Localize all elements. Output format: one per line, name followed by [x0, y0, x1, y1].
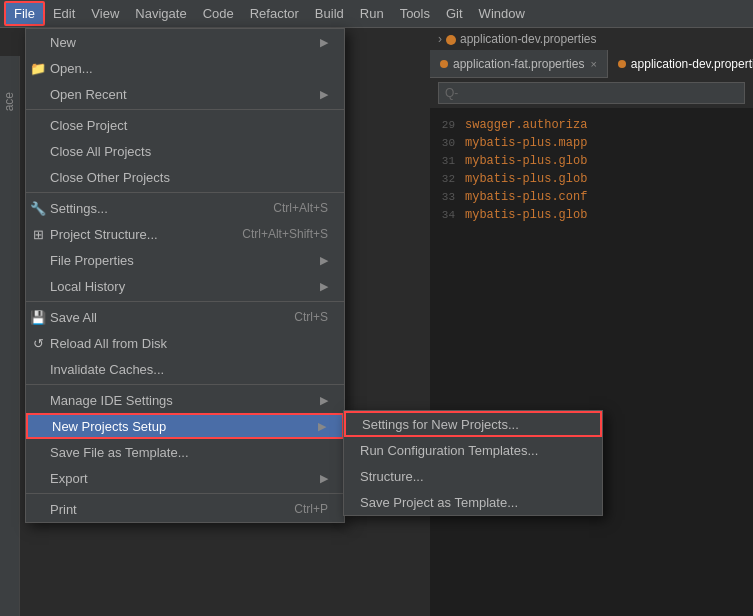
menubar-tools[interactable]: Tools [392, 3, 438, 24]
line-content-29: swagger.authoriza [465, 118, 587, 132]
breadcrumb: › application-dev.properties [430, 28, 753, 50]
menubar-edit[interactable]: Edit [45, 3, 83, 24]
menu-save-all-shortcut: Ctrl+S [294, 310, 328, 324]
breadcrumb-icon [442, 32, 460, 46]
submenu-settings-new-label: Settings for New Projects... [362, 417, 519, 432]
submenu-save-project-template[interactable]: Save Project as Template... [344, 489, 602, 515]
tab-icon-dev [618, 60, 626, 68]
menubar: File Edit View Navigate Code Refactor Bu… [0, 0, 753, 28]
line-num-31: 31 [430, 155, 465, 167]
menu-export-label: Export [50, 471, 320, 486]
menu-file-properties-label: File Properties [50, 253, 320, 268]
menu-local-history[interactable]: Local History ▶ [26, 273, 344, 299]
menu-manage-ide[interactable]: Manage IDE Settings ▶ [26, 387, 344, 413]
menubar-refactor[interactable]: Refactor [242, 3, 307, 24]
menubar-file[interactable]: File [4, 1, 45, 26]
submenu-run-config-label: Run Configuration Templates... [360, 443, 538, 458]
sep4 [26, 493, 344, 494]
menubar-navigate[interactable]: Navigate [127, 3, 194, 24]
submenu-structure[interactable]: Structure... [344, 463, 602, 489]
tabs-area: › application-dev.properties application… [430, 28, 753, 108]
sidebar-text: ace [0, 88, 18, 115]
menu-new-arrow: ▶ [320, 36, 328, 49]
menu-open-recent[interactable]: Open Recent ▶ [26, 81, 344, 107]
menu-reload-icon: ↺ [30, 336, 46, 351]
menu-reload[interactable]: ↺ Reload All from Disk [26, 330, 344, 356]
submenu-run-config[interactable]: Run Configuration Templates... [344, 437, 602, 463]
menu-manage-ide-label: Manage IDE Settings [50, 393, 320, 408]
submenu-settings-new[interactable]: Settings for New Projects... [344, 411, 602, 437]
menubar-run[interactable]: Run [352, 3, 392, 24]
menubar-code[interactable]: Code [195, 3, 242, 24]
menubar-view[interactable]: View [83, 3, 127, 24]
menu-settings[interactable]: 🔧 Settings... Ctrl+Alt+S [26, 195, 344, 221]
submenu-new-projects: Settings for New Projects... Run Configu… [343, 410, 603, 516]
menu-settings-shortcut: Ctrl+Alt+S [273, 201, 328, 215]
menubar-build[interactable]: Build [307, 3, 352, 24]
code-line-33: 33 mybatis-plus.conf [430, 188, 753, 206]
tab-fat-properties[interactable]: application-fat.properties × [430, 50, 608, 78]
menu-save-template-label: Save File as Template... [50, 445, 328, 460]
submenu-save-project-template-label: Save Project as Template... [360, 495, 518, 510]
menu-print[interactable]: Print Ctrl+P [26, 496, 344, 522]
tab-close-fat[interactable]: × [590, 58, 596, 70]
menu-project-structure-label: Project Structure... [50, 227, 242, 242]
sep2 [26, 301, 344, 302]
menu-reload-label: Reload All from Disk [50, 336, 328, 351]
menu-invalidate-label: Invalidate Caches... [50, 362, 328, 377]
search-bar-1[interactable]: Q- [438, 82, 745, 104]
menu-open[interactable]: 📁 Open... [26, 55, 344, 81]
file-menu: New ▶ 📁 Open... Open Recent ▶ Close Proj… [25, 28, 345, 523]
code-key-29: swagger.authoriza [465, 118, 587, 132]
menu-close-all[interactable]: Close All Projects [26, 138, 344, 164]
menu-settings-label: Settings... [50, 201, 273, 216]
menu-new-projects-label: New Projects Setup [52, 419, 318, 434]
line-content-33: mybatis-plus.conf [465, 190, 587, 204]
menu-file-properties-arrow: ▶ [320, 254, 328, 267]
line-content-32: mybatis-plus.glob [465, 172, 587, 186]
menu-close-all-label: Close All Projects [50, 144, 328, 159]
code-area: 29 swagger.authoriza 30 mybatis-plus.map… [430, 108, 753, 616]
menu-close-project-label: Close Project [50, 118, 328, 133]
menu-project-structure-shortcut: Ctrl+Alt+Shift+S [242, 227, 328, 241]
menu-new-label: New [50, 35, 320, 50]
sidebar-strip: ace [0, 56, 20, 616]
menu-settings-icon: 🔧 [30, 201, 46, 216]
menu-print-label: Print [50, 502, 294, 517]
submenu-structure-label: Structure... [360, 469, 424, 484]
menu-new[interactable]: New ▶ [26, 29, 344, 55]
menu-new-projects-setup[interactable]: New Projects Setup ▶ [26, 413, 344, 439]
code-line-34: 34 mybatis-plus.glob [430, 206, 753, 224]
menu-invalidate[interactable]: Invalidate Caches... [26, 356, 344, 382]
tabs-row: application-fat.properties × application… [430, 50, 753, 78]
menu-open-label: Open... [50, 61, 328, 76]
line-num-30: 30 [430, 137, 465, 149]
menu-project-structure[interactable]: ⊞ Project Structure... Ctrl+Alt+Shift+S [26, 221, 344, 247]
menu-close-other[interactable]: Close Other Projects [26, 164, 344, 190]
menubar-git[interactable]: Git [438, 3, 471, 24]
menu-save-template[interactable]: Save File as Template... [26, 439, 344, 465]
tab-dev-properties[interactable]: application-dev.properties × [608, 50, 753, 78]
menu-close-project[interactable]: Close Project [26, 112, 344, 138]
code-key-30: mybatis-plus.mapp [465, 136, 587, 150]
tab-label-fat: application-fat.properties [453, 57, 584, 71]
code-line-29: 29 swagger.authoriza [430, 116, 753, 134]
menu-save-all-label: Save All [50, 310, 294, 325]
sep1 [26, 192, 344, 193]
menubar-window[interactable]: Window [471, 3, 533, 24]
search-icon-1: Q- [445, 86, 458, 100]
line-num-33: 33 [430, 191, 465, 203]
menu-save-all[interactable]: 💾 Save All Ctrl+S [26, 304, 344, 330]
menu-file-properties[interactable]: File Properties ▶ [26, 247, 344, 273]
menu-manage-ide-arrow: ▶ [320, 394, 328, 407]
menu-open-recent-label: Open Recent [50, 87, 320, 102]
sep3 [26, 384, 344, 385]
code-line-32: 32 mybatis-plus.glob [430, 170, 753, 188]
line-num-29: 29 [430, 119, 465, 131]
code-line-31: 31 mybatis-plus.glob [430, 152, 753, 170]
menu-project-structure-icon: ⊞ [30, 227, 46, 242]
menu-save-all-icon: 💾 [30, 310, 46, 325]
menu-export[interactable]: Export ▶ [26, 465, 344, 491]
menu-close-other-label: Close Other Projects [50, 170, 328, 185]
code-key-34: mybatis-plus.glob [465, 208, 587, 222]
